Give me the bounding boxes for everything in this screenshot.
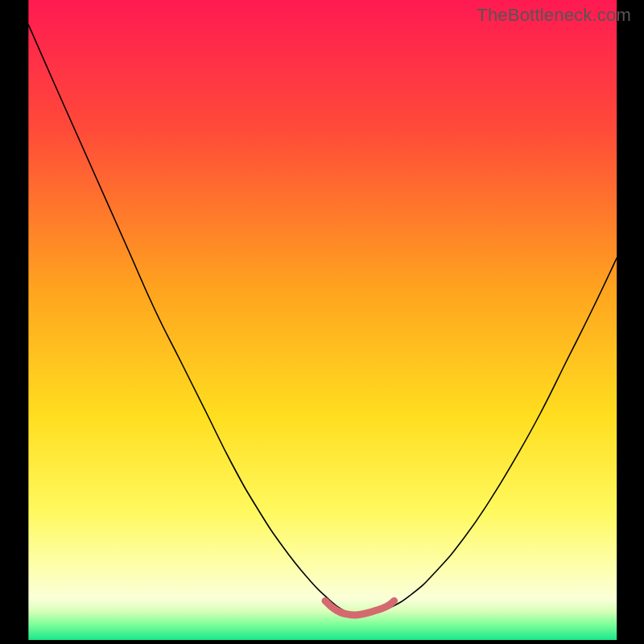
attribution-text: TheBottleneck.com [477, 5, 631, 26]
bottleneck-chart [0, 0, 644, 644]
svg-rect-0 [0, 0, 28, 644]
frame-bottom [0, 640, 644, 644]
svg-rect-1 [617, 0, 644, 644]
svg-rect-2 [0, 640, 644, 644]
gradient-background [28, 0, 617, 640]
chart-container: TheBottleneck.com [0, 0, 644, 644]
